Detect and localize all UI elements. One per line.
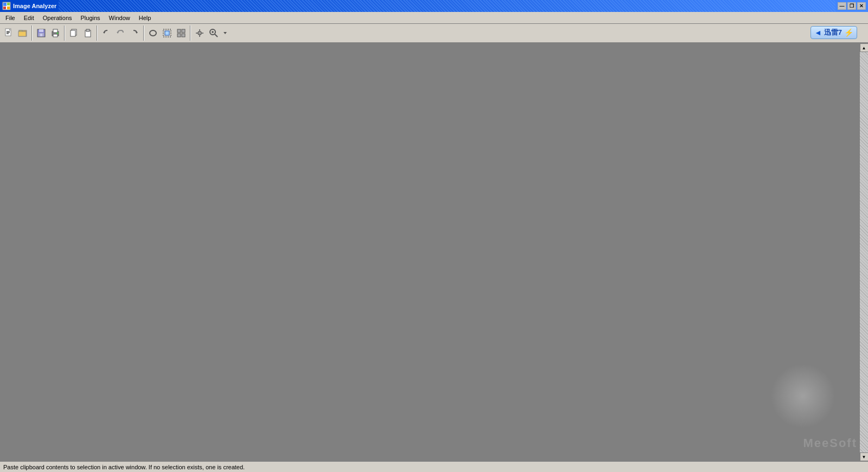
- toolbar-dropdown-button[interactable]: [221, 27, 229, 40]
- app-title: Image Analyzer: [13, 3, 56, 9]
- svg-marker-45: [224, 32, 227, 34]
- svg-rect-2: [7, 3, 10, 5]
- toolbar-open-button[interactable]: [16, 27, 29, 40]
- svg-rect-34: [182, 34, 185, 37]
- svg-rect-24: [86, 29, 90, 31]
- status-text: Paste clipboard contents to selection in…: [3, 464, 245, 470]
- glow-effect: [770, 363, 835, 429]
- watermark-text: MeeSoft: [803, 436, 857, 450]
- svg-rect-22: [71, 30, 75, 36]
- toolbar-sep-1: [31, 25, 33, 41]
- status-bar: Paste clipboard contents to selection in…: [0, 461, 868, 472]
- toolbar-paste-button[interactable]: [81, 27, 94, 40]
- restore-button[interactable]: ❐: [847, 2, 856, 10]
- svg-rect-30: [165, 31, 169, 35]
- scroll-track[interactable]: [860, 52, 868, 452]
- svg-rect-1: [3, 3, 7, 6]
- toolbar-copy-button[interactable]: [67, 27, 80, 40]
- svg-point-20: [57, 33, 59, 34]
- menu-operations[interactable]: Operations: [39, 14, 76, 22]
- svg-marker-27: [136, 32, 138, 34]
- toolbar-redo-button[interactable]: [128, 27, 141, 40]
- title-bar-controls: — ❐ ✕: [838, 2, 866, 10]
- menu-window[interactable]: Window: [105, 14, 135, 22]
- svg-marker-26: [117, 32, 119, 34]
- toolbar-save-button[interactable]: [35, 27, 48, 40]
- xunlei-widget[interactable]: ◄ 迅雷7 ⚡: [810, 26, 857, 39]
- toolbar-copy-region-button[interactable]: [161, 27, 174, 40]
- xunlei-lightning-icon: ⚡: [844, 28, 853, 37]
- app-icon: [2, 2, 11, 10]
- scroll-down-button[interactable]: ▼: [860, 452, 869, 461]
- menu-plugins[interactable]: Plugins: [76, 14, 105, 22]
- menu-help[interactable]: Help: [135, 14, 156, 22]
- svg-rect-12: [18, 31, 26, 36]
- svg-marker-25: [103, 32, 105, 34]
- minimize-button[interactable]: —: [838, 2, 846, 10]
- toolbar-sep-5: [190, 25, 191, 41]
- toolbar: ◄ 迅雷7 ⚡: [0, 24, 868, 43]
- svg-point-28: [150, 30, 156, 36]
- svg-rect-33: [177, 34, 181, 37]
- title-bar-pattern: [59, 0, 835, 12]
- svg-rect-14: [39, 29, 43, 32]
- toolbar-print-button[interactable]: [49, 27, 62, 40]
- svg-line-42: [215, 34, 218, 37]
- menu-file[interactable]: File: [1, 14, 20, 22]
- main-canvas: ▲ ▼ MeeSoft: [0, 43, 868, 461]
- toolbar-sep-3: [97, 25, 98, 41]
- toolbar-zoom-button[interactable]: [207, 27, 220, 40]
- toolbar-paste-region-button[interactable]: [175, 27, 188, 40]
- scroll-up-button[interactable]: ▲: [860, 43, 869, 52]
- svg-rect-19: [53, 34, 58, 37]
- svg-rect-18: [53, 29, 58, 33]
- toolbar-sep-4: [143, 25, 144, 41]
- toolbar-new-button[interactable]: [2, 27, 15, 40]
- toolbar-ellipse-button[interactable]: [146, 27, 159, 40]
- right-scrollbar[interactable]: ▲ ▼: [859, 43, 868, 461]
- svg-rect-16: [40, 34, 42, 36]
- svg-rect-4: [7, 7, 10, 9]
- toolbar-undo-back-button[interactable]: [114, 27, 127, 40]
- menu-bar: File Edit Operations Plugins Window Help: [0, 12, 868, 24]
- svg-rect-31: [177, 29, 181, 33]
- xunlei-label: 迅雷7: [824, 28, 842, 37]
- toolbar-options-button[interactable]: [193, 27, 206, 40]
- close-button[interactable]: ✕: [857, 2, 866, 10]
- svg-rect-32: [182, 29, 185, 33]
- title-bar: Image Analyzer — ❐ ✕: [0, 0, 868, 12]
- toolbar-sep-2: [64, 25, 65, 41]
- svg-point-36: [199, 33, 201, 34]
- svg-rect-3: [3, 7, 6, 9]
- menu-edit[interactable]: Edit: [20, 14, 39, 22]
- toolbar-undo-button[interactable]: [100, 27, 113, 40]
- xunlei-arrow-icon: ◄: [814, 28, 822, 37]
- title-bar-left: Image Analyzer: [2, 2, 56, 10]
